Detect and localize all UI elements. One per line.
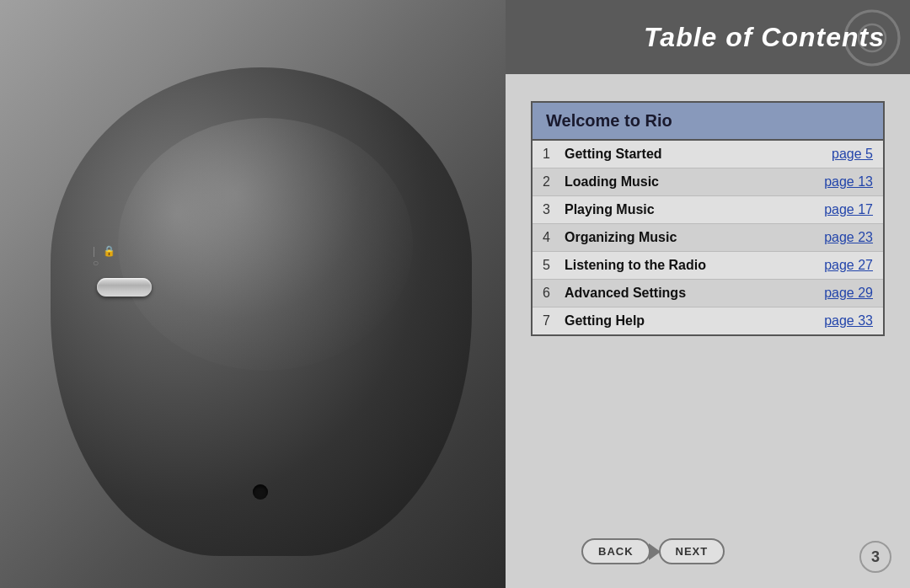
nav-arrow-icon <box>649 543 661 560</box>
toc-entry-title: Getting Started <box>565 147 832 162</box>
toc-entry-page: page 33 <box>824 313 873 329</box>
device-lock-area: | 🔒 ○ <box>93 244 126 270</box>
toc-entry-number: 2 <box>543 174 559 190</box>
toc-entry-number: 3 <box>543 202 559 217</box>
toc-entry-number: 7 <box>543 313 559 329</box>
page-title: Table of Contents <box>644 22 885 53</box>
toc-entry-title: Advanced Settings <box>565 286 824 301</box>
table-row[interactable]: 7Getting Helppage 33 <box>533 307 883 334</box>
toc-entry-number: 6 <box>543 286 559 301</box>
toc-entry-page: page 13 <box>824 174 873 190</box>
table-row[interactable]: 6Advanced Settingspage 29 <box>533 280 883 307</box>
toc-entry-number: 1 <box>543 147 559 162</box>
toc-entry-number: 5 <box>543 258 559 273</box>
device-highlight <box>118 118 413 371</box>
table-row[interactable]: 3Playing Musicpage 17 <box>533 196 883 224</box>
toc-container: Welcome to Rio 1Getting Startedpage 52Lo… <box>531 101 885 336</box>
toc-entry-page: page 23 <box>824 230 873 245</box>
next-button[interactable]: NEXT <box>659 538 725 564</box>
lock-symbol: | 🔒 ○ <box>93 245 126 269</box>
toc-welcome-header: Welcome to Rio <box>533 103 883 141</box>
toc-entry-page: page 27 <box>824 258 873 273</box>
page-header: Table of Contents <box>506 0 910 74</box>
toc-entry-title: Playing Music <box>565 202 824 217</box>
toc-entry-title: Loading Music <box>565 174 824 190</box>
toc-entry-title: Listening to the Radio <box>565 258 824 273</box>
device-port-hole <box>253 484 268 500</box>
toc-entry-page: page 5 <box>832 147 873 162</box>
table-row[interactable]: 4Organizing Musicpage 23 <box>533 224 883 252</box>
toc-entry-title: Getting Help <box>565 313 824 329</box>
table-row[interactable]: 1Getting Startedpage 5 <box>533 141 883 168</box>
device-photo: | 🔒 ○ <box>0 0 556 588</box>
toc-entry-page: page 29 <box>824 286 873 301</box>
toc-entries-list: 1Getting Startedpage 52Loading Musicpage… <box>533 141 883 334</box>
device-side-button <box>97 278 152 297</box>
content-panel: Table of Contents Welcome to Rio 1Gettin… <box>506 0 910 588</box>
device-body <box>51 67 472 556</box>
toc-entry-page: page 17 <box>824 202 873 217</box>
navigation-controls: BACK NEXT <box>581 538 725 564</box>
toc-entry-title: Organizing Music <box>565 230 824 245</box>
toc-entry-number: 4 <box>543 230 559 245</box>
table-row[interactable]: 2Loading Musicpage 13 <box>533 168 883 196</box>
back-button[interactable]: BACK <box>581 538 650 564</box>
table-row[interactable]: 5Listening to the Radiopage 27 <box>533 252 883 280</box>
page-number-badge: 3 <box>859 541 891 573</box>
